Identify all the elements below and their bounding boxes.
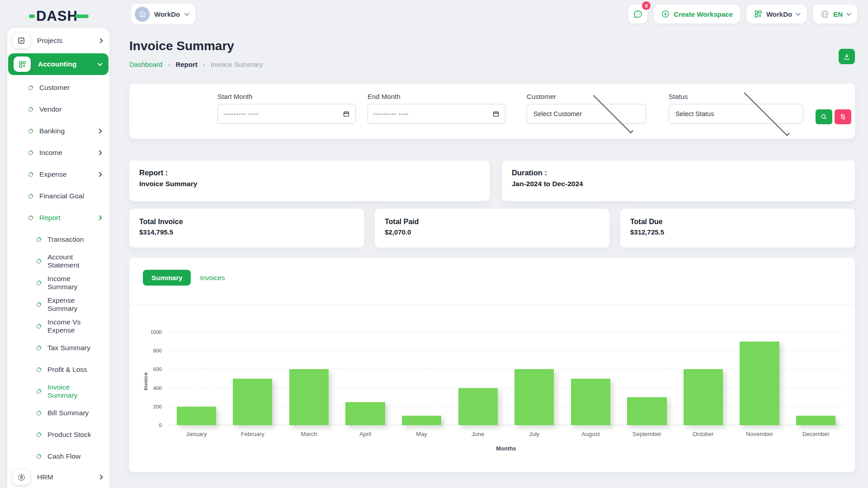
sidebar-item-bill-summary[interactable]: Bill Summary [7, 402, 109, 424]
logo-accent-tail [75, 14, 89, 18]
x-axis-title: Months [168, 446, 844, 452]
checkbox-icon [13, 33, 30, 48]
sidebar: Projects Accounting Customer Vendor Bank… [7, 28, 109, 488]
chart-tabs: Summary Invoices [143, 270, 227, 286]
bar-may [402, 416, 441, 425]
tab-summary[interactable]: Summary [143, 270, 191, 286]
customer-select[interactable]: Select Customer [527, 104, 646, 124]
x-tick-label: October [675, 431, 731, 437]
report-card: Report : Invoice Summary [129, 160, 490, 201]
bars-row [168, 332, 844, 425]
bar-november [740, 342, 779, 425]
bullet-icon [36, 411, 41, 416]
bullet-icon [36, 346, 41, 351]
bullet-icon [28, 150, 33, 155]
duration-label: Duration : [512, 169, 845, 177]
x-tick-label: January [168, 431, 225, 437]
bullet-icon [36, 367, 41, 372]
sidebar-item-report[interactable]: Report [7, 207, 109, 229]
total-due-card: Total Due $312,725.5 [620, 209, 855, 248]
total-invoice-card: Total Invoice $314,795.5 [129, 209, 364, 248]
chart-card: Summary Invoices Invoice 020040060080010… [129, 258, 855, 472]
breadcrumb-separator-icon: › [168, 61, 170, 68]
download-icon [843, 52, 851, 61]
sidebar-item-profit-loss[interactable]: Profit & Loss [7, 359, 109, 380]
bullet-icon [28, 172, 33, 177]
sidebar-item-hrm[interactable]: HRM [7, 467, 109, 487]
grid-plus-icon [14, 56, 31, 72]
sidebar-item-vendor[interactable]: Vendor [7, 99, 109, 120]
bar-september [627, 397, 666, 425]
reset-filter-button[interactable] [835, 109, 851, 124]
chevron-right-icon [98, 38, 103, 43]
main-content: Invoice Summary Dashboard › Report › Inv… [129, 0, 855, 488]
x-tick-label: April [337, 431, 394, 437]
sidebar-item-projects[interactable]: Projects [7, 31, 109, 51]
x-tick-label: May [393, 431, 450, 437]
chevron-right-icon [97, 172, 102, 177]
start-month-label: Start Month [217, 93, 356, 100]
bar-october [684, 369, 723, 425]
bullet-icon [36, 302, 41, 307]
sidebar-item-tax-summary[interactable]: Tax Summary [7, 337, 109, 359]
apply-filter-button[interactable] [816, 109, 832, 124]
search-icon [821, 113, 827, 120]
chevron-right-icon [98, 474, 103, 479]
bar-april [345, 402, 385, 426]
breadcrumb-report[interactable]: Report [175, 61, 197, 68]
chevron-down-icon [98, 61, 103, 66]
breadcrumb: Dashboard › Report › Invoice Summary [129, 61, 263, 68]
chevron-right-icon [97, 128, 102, 133]
total-invoice-label: Total Invoice [139, 218, 354, 226]
end-month-label: End Month [368, 93, 505, 100]
sidebar-item-cash-flow[interactable]: Cash Flow [7, 446, 109, 467]
x-tick-label: March [281, 431, 337, 437]
bullet-icon [36, 281, 41, 286]
sidebar-item-income-summary[interactable]: Income Summary [7, 272, 109, 294]
people-circle-icon [13, 469, 30, 485]
duration-card: Duration : Jan-2024 to Dec-2024 [502, 160, 855, 201]
sidebar-item-income-vs-expense[interactable]: Income Vs Expense [7, 315, 109, 337]
chevron-right-icon [97, 215, 102, 220]
bar-july [514, 369, 554, 425]
bullet-icon [28, 129, 33, 134]
status-select[interactable]: Select Status [669, 104, 803, 124]
bar-february [233, 379, 272, 425]
download-button[interactable] [839, 49, 855, 64]
x-tick-label: December [788, 431, 844, 437]
report-label: Report : [139, 169, 480, 177]
x-tick-label: November [731, 431, 788, 437]
filter-card: Start Month --------- ---- End Month ---… [129, 84, 855, 139]
sidebar-item-accounting[interactable]: Accounting [8, 53, 108, 75]
x-tick-label: June [450, 431, 506, 437]
logo-accent-dash [29, 14, 35, 18]
end-month-input[interactable]: --------- ---- [368, 104, 505, 124]
sidebar-item-expense[interactable]: Expense [7, 164, 109, 185]
sidebar-item-income[interactable]: Income [7, 142, 109, 164]
sidebar-item-product-stock[interactable]: Product Stock [7, 424, 109, 446]
total-paid-card: Total Paid $2,070.0 [375, 209, 609, 248]
bullet-icon [36, 259, 41, 264]
dash-logo: DASH [29, 8, 89, 24]
sidebar-item-account-statement[interactable]: Account Statement [7, 250, 109, 272]
bar-january [177, 407, 216, 425]
sidebar-item-transaction[interactable]: Transaction [7, 229, 109, 250]
breadcrumb-dashboard[interactable]: Dashboard [129, 61, 162, 68]
duration-value: Jan-2024 to Dec-2024 [512, 180, 845, 188]
sidebar-item-financial-goal[interactable]: Financial Goal [7, 185, 109, 207]
report-value: Invoice Summary [139, 180, 480, 188]
start-month-input[interactable]: --------- ---- [217, 104, 356, 124]
tab-invoices[interactable]: Invoices [197, 270, 227, 286]
page-title: Invoice Summary [129, 39, 234, 53]
bullet-icon [28, 107, 33, 112]
sidebar-item-invoice-summary[interactable]: Invoice Summary [7, 380, 109, 402]
sidebar-item-banking[interactable]: Banking [7, 120, 109, 142]
status-label: Status [669, 93, 803, 100]
breadcrumb-current: Invoice Summary [211, 61, 263, 68]
sidebar-item-expense-summary[interactable]: Expense Summary [7, 294, 109, 315]
clipboard-off-icon [840, 113, 846, 120]
divider [129, 305, 855, 305]
bullet-icon [36, 237, 41, 242]
sidebar-item-customer[interactable]: Customer [7, 77, 109, 99]
bullet-icon [36, 432, 41, 437]
